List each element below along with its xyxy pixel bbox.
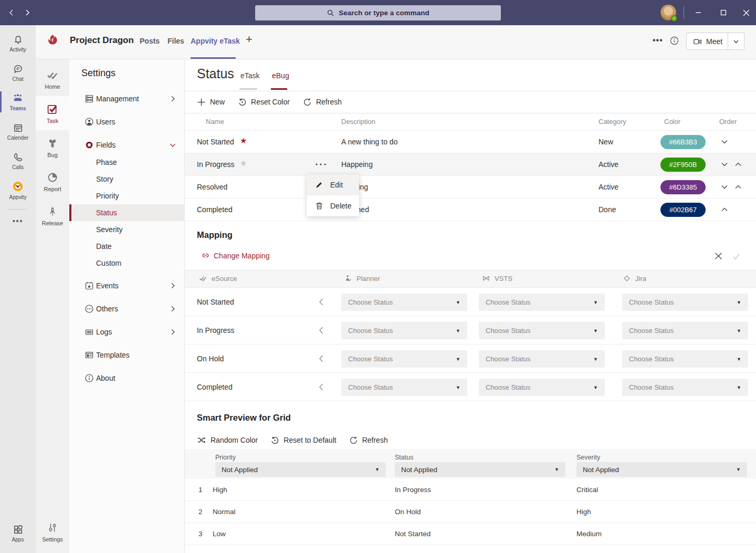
dropdown-arrow-icon: ▼ [737,300,741,305]
tab-etask[interactable]: eTask [240,71,260,80]
choose-status-dropdown[interactable]: Choose Status▼ [622,350,748,368]
settings-item-severity[interactable]: Severity [69,221,185,238]
severity-filter-dropdown[interactable]: Not Applied▼ [576,462,747,477]
settings-item-others[interactable]: Others [69,297,185,320]
refresh-button[interactable]: Refresh [349,436,388,445]
settings-item-status[interactable]: Status [69,204,185,221]
move-up-icon[interactable] [734,160,742,169]
change-mapping-link[interactable]: Change Mapping [201,251,270,260]
status-row-resolved[interactable]: Resolved Working Active #6D3385 [185,176,756,199]
mapping-row-completed: Completed Choose Status▼ Choose Status▼ … [185,373,756,401]
refresh-button[interactable]: Refresh [303,98,342,107]
settings-item-phase[interactable]: Phase [69,154,185,171]
tab-posts[interactable]: Posts [140,37,160,45]
choose-status-dropdown[interactable]: Choose Status▼ [479,379,605,396]
choose-status-dropdown[interactable]: Choose Status▼ [622,379,748,396]
move-up-icon[interactable] [720,205,729,214]
choose-status-dropdown[interactable]: Choose Status▼ [341,294,467,311]
cancel-mapping-icon[interactable] [714,252,723,260]
settings-item-templates[interactable]: Templates [69,343,185,367]
sidebar-item-calls[interactable]: Calls [0,146,36,175]
settings-item-logs[interactable]: LOG Logs [69,320,185,343]
menu-item-delete[interactable]: Delete [307,195,359,216]
reset-color-button[interactable]: Reset Color [238,98,290,107]
status-panel: Status eTask eBug New Reset Color Refres… [185,59,756,553]
choose-status-dropdown[interactable]: Choose Status▼ [479,322,605,339]
forward-icon[interactable] [23,8,32,17]
back-icon[interactable] [7,8,16,17]
module-item-task[interactable]: Task [36,96,69,130]
priority-filter-dropdown[interactable]: Not Applied▼ [215,462,386,477]
confirm-mapping-icon[interactable] [732,252,741,261]
page-title: Status [197,66,234,81]
random-color-button[interactable]: Random Color [197,435,258,445]
row-menu-icon[interactable] [315,163,327,166]
settings-item-events[interactable]: Events [69,274,185,297]
sidebar-item-calendar[interactable]: Calender [0,117,36,146]
choose-status-dropdown[interactable]: Choose Status▼ [622,322,748,339]
module-rail: Home Task Bug Report Release Settings [36,59,69,553]
settings-item-priority[interactable]: Priority [69,187,185,204]
status-filter-dropdown[interactable]: Not Applied▼ [395,462,565,477]
star-icon[interactable]: ★ [240,159,247,168]
new-button[interactable]: New [197,98,225,107]
sidebar-item-teams[interactable]: Teams [0,87,36,117]
search-input[interactable]: Search or type a command [255,5,501,20]
sidebar-item-activity[interactable]: Activity [0,28,36,58]
tab-appvity-etask[interactable]: Appvity eTask [191,37,240,45]
minimize-button[interactable] [686,0,710,25]
info-icon[interactable] [670,36,679,45]
menu-item-edit[interactable]: Edit [307,174,359,195]
sidebar-item-apps[interactable]: Apps [0,518,36,548]
module-item-settings[interactable]: Settings [36,515,69,549]
dropdown-arrow-icon: ▼ [456,300,460,305]
choose-status-dropdown[interactable]: Choose Status▼ [341,350,467,368]
sidebar-item-chat[interactable]: Chat [0,58,36,87]
star-filled-icon[interactable]: ★ [240,136,247,145]
more-options-icon[interactable]: ••• [653,36,663,45]
module-item-report[interactable]: Report [36,164,69,199]
settings-item-date[interactable]: Date [69,238,185,255]
mapping-header: eSource Planner VSTS Jira [185,270,756,288]
module-item-bug[interactable]: Bug [36,130,69,164]
choose-status-dropdown[interactable]: Choose Status▼ [479,350,605,368]
choose-status-dropdown[interactable]: Choose Status▼ [479,294,605,311]
tab-ebug[interactable]: eBug [272,71,289,80]
settings-item-about[interactable]: About [69,367,185,390]
activity-icon [13,34,24,45]
module-item-release[interactable]: Release [36,199,69,233]
team-header: Project Dragon Posts Files Appvity eTask… [36,25,756,59]
meet-dropdown-button[interactable] [728,38,744,45]
edit-icon [315,181,323,189]
dropdown-arrow-icon: ▼ [456,328,460,333]
bug-icon [46,137,59,150]
choose-status-dropdown[interactable]: Choose Status▼ [341,322,467,339]
settings-item-users[interactable]: Users [69,110,185,133]
settings-item-fields[interactable]: Fields [69,133,185,156]
move-down-icon[interactable] [720,183,729,191]
settings-item-custom[interactable]: Custom [69,255,185,272]
meet-button[interactable]: Meet [686,33,744,50]
refresh-icon [303,98,312,107]
close-button[interactable] [734,0,756,25]
status-row-in-progress[interactable]: In Progress ★ Happeing Active #2F950B [185,153,756,176]
avatar[interactable]: ✓ [660,5,676,20]
sidebar-item-appvity[interactable]: Appvity [0,175,36,205]
status-row-not-started[interactable]: Not Started ★ A new thing to do New #66B… [185,131,756,153]
tab-files[interactable]: Files [167,37,184,45]
context-menu: Edit Delete [307,174,359,216]
settings-item-management[interactable]: Management [69,87,185,110]
move-down-icon[interactable] [720,160,729,169]
reset-to-default-button[interactable]: Reset to Default [270,436,336,445]
module-item-home[interactable]: Home [36,62,69,96]
choose-status-dropdown[interactable]: Choose Status▼ [341,379,467,396]
choose-status-dropdown[interactable]: Choose Status▼ [622,294,748,311]
more-apps-icon[interactable]: ••• [0,217,36,225]
status-row-completed[interactable]: Completed Finished Done #002B67 [185,199,756,221]
move-down-icon[interactable] [720,138,729,146]
logs-icon: LOG [84,327,94,337]
maximize-button[interactable] [711,0,736,25]
move-up-icon[interactable] [734,183,742,191]
settings-item-story[interactable]: Story [69,171,185,187]
add-tab-button[interactable]: + [246,33,253,46]
